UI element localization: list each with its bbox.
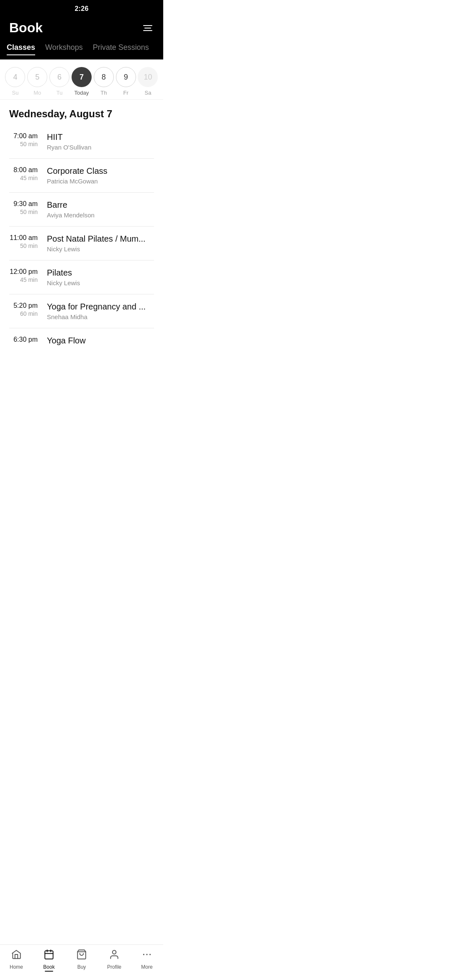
status-bar: 2:26: [0, 0, 163, 16]
tab-bar: Classes Workshops Private Sessions: [0, 43, 163, 59]
date-label-6: Tu: [56, 90, 63, 96]
class-item-corporate[interactable]: 8:00 am 45 min Corporate Class Patricia …: [9, 159, 154, 193]
page-title: Book: [9, 20, 43, 36]
date-item-5[interactable]: 5 Mo: [27, 67, 47, 96]
date-number-9: 9: [116, 67, 136, 87]
date-label-4: Su: [12, 90, 18, 96]
section-date: Wednesday, August 7: [0, 100, 163, 125]
class-info-pilates: Pilates Nicky Lewis: [47, 268, 154, 286]
date-label-5: Mo: [33, 90, 41, 96]
class-item-barre[interactable]: 9:30 am 50 min Barre Aviya Mendelson: [9, 193, 154, 227]
date-number-10: 10: [138, 67, 158, 87]
date-label-7: Today: [74, 90, 89, 96]
class-info-yoga-pregnancy: Yoga for Pregnancy and ... Snehaa Midha: [47, 302, 154, 320]
classes-list: 7:00 am 50 min HIIT Ryan O'Sullivan 8:00…: [0, 125, 163, 355]
class-time-postnatal: 11:00 am 50 min: [9, 234, 47, 249]
date-number-7: 7: [72, 67, 92, 87]
header: Book: [0, 16, 163, 43]
date-number-5: 5: [27, 67, 47, 87]
class-item-yoga-pregnancy[interactable]: 5:20 pm 60 min Yoga for Pregnancy and ..…: [9, 294, 154, 328]
date-item-8[interactable]: 8 Th: [94, 67, 114, 96]
date-number-8: 8: [94, 67, 114, 87]
date-selector: 4 Su 5 Mo 6 Tu 7 Today 8 Th 9 Fr 10 Sa: [0, 59, 163, 100]
date-item-7[interactable]: 7 Today: [72, 67, 92, 96]
status-time: 2:26: [74, 5, 88, 12]
class-info-corporate: Corporate Class Patricia McGowan: [47, 166, 154, 185]
class-time-hiit: 7:00 am 50 min: [9, 132, 47, 147]
date-item-10[interactable]: 10 Sa: [138, 67, 158, 96]
class-item-pilates[interactable]: 12:00 pm 45 min Pilates Nicky Lewis: [9, 260, 154, 294]
filter-button[interactable]: [141, 23, 154, 33]
date-number-6: 6: [49, 67, 69, 87]
date-item-4[interactable]: 4 Su: [5, 67, 25, 96]
tab-classes[interactable]: Classes: [7, 43, 35, 54]
class-info-barre: Barre Aviya Mendelson: [47, 200, 154, 219]
class-time-yoga-pregnancy: 5:20 pm 60 min: [9, 302, 47, 317]
tab-workshops[interactable]: Workshops: [45, 43, 83, 54]
class-item-postnatal[interactable]: 11:00 am 50 min Post Natal Pilates / Mum…: [9, 227, 154, 260]
class-item-hiit[interactable]: 7:00 am 50 min HIIT Ryan O'Sullivan: [9, 125, 154, 159]
date-label-8: Th: [100, 90, 107, 96]
class-time-barre: 9:30 am 50 min: [9, 200, 47, 215]
class-item-yoga-flow[interactable]: 6:30 pm Yoga Flow: [9, 328, 154, 355]
content-wrapper: Wednesday, August 7 7:00 am 50 min HIIT …: [0, 100, 163, 388]
class-time-corporate: 8:00 am 45 min: [9, 166, 47, 181]
class-info-hiit: HIIT Ryan O'Sullivan: [47, 132, 154, 151]
date-label-10: Sa: [145, 90, 152, 96]
date-number-4: 4: [5, 67, 25, 87]
class-info-yoga-flow: Yoga Flow: [47, 336, 154, 347]
class-info-postnatal: Post Natal Pilates / Mum... Nicky Lewis: [47, 234, 154, 253]
date-item-6[interactable]: 6 Tu: [49, 67, 69, 96]
class-time-pilates: 12:00 pm 45 min: [9, 268, 47, 283]
date-item-9[interactable]: 9 Fr: [116, 67, 136, 96]
date-label-9: Fr: [123, 90, 128, 96]
tab-private-sessions[interactable]: Private Sessions: [93, 43, 149, 54]
class-time-yoga-flow: 6:30 pm: [9, 336, 47, 344]
